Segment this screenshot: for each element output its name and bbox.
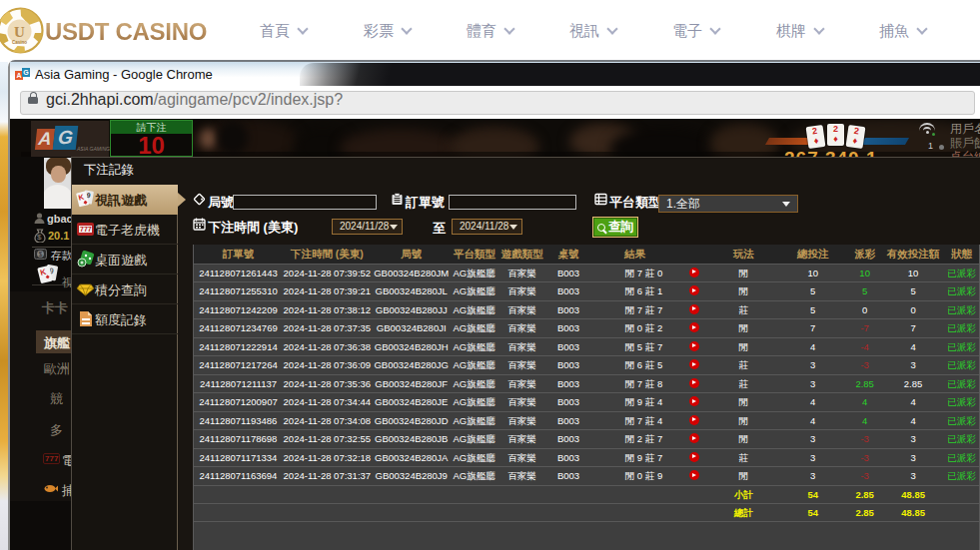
svg-text:Casino: Casino (12, 40, 27, 45)
svg-text:777: 777 (80, 226, 92, 233)
svg-text:$: $ (37, 233, 42, 242)
svg-text:U: U (14, 24, 25, 40)
svg-text:$: $ (39, 251, 43, 258)
